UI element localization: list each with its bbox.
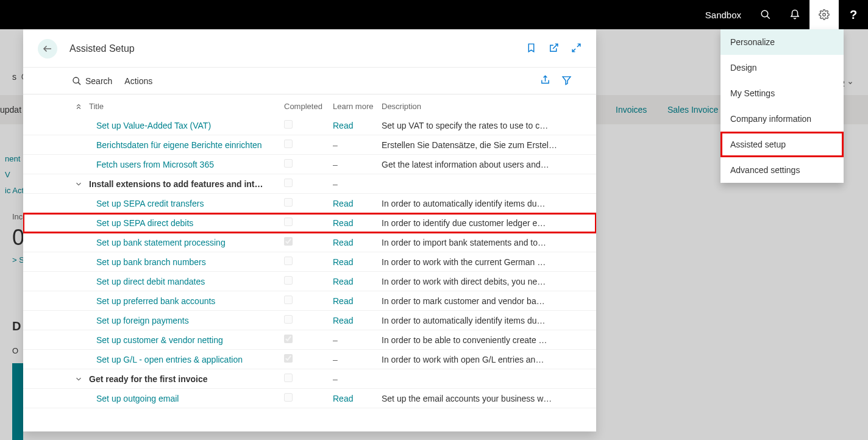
row-title[interactable]: Set up SEPA direct debits (89, 218, 284, 228)
completed-checkbox (284, 257, 333, 267)
completed-checkbox (284, 159, 333, 169)
rows-container: Set up Value-Added Tax (VAT)ReadSet up V… (23, 116, 596, 408)
row-description: In order to automatically identify items… (382, 199, 589, 208)
learn-more-cell[interactable]: Read (333, 316, 382, 325)
learn-more-cell[interactable]: Read (333, 238, 382, 247)
completed-checkbox (284, 120, 333, 130)
table-row[interactable]: Fetch users from Microsoft 365–Get the l… (23, 155, 596, 174)
bookmark-icon[interactable] (526, 43, 536, 55)
top-bar: Sandbox ? (0, 0, 868, 29)
learn-more-cell: – (333, 179, 382, 189)
chevron-down-icon[interactable] (71, 180, 89, 188)
settings-menu-item[interactable]: Company information (720, 106, 844, 132)
col-header-description[interactable]: Description (382, 102, 589, 111)
col-header-title[interactable]: Title (89, 102, 284, 111)
row-description: In order to work with open G/L entries a… (382, 355, 589, 364)
back-button[interactable] (38, 39, 57, 59)
row-title: Install extensions to add features and i… (89, 179, 284, 189)
completed-checkbox (284, 296, 333, 306)
row-title[interactable]: Set up bank branch numbers (89, 257, 284, 267)
completed-checkbox (284, 218, 333, 228)
learn-more-cell: – (333, 140, 382, 150)
table-row[interactable]: Set up SEPA credit transfersReadIn order… (23, 194, 596, 213)
table-header: Title Completed Learn more Description (23, 94, 596, 116)
svg-line-5 (572, 48, 575, 51)
filter-icon[interactable] (561, 75, 572, 87)
table-row[interactable]: Set up preferred bank accountsReadIn ord… (23, 291, 596, 311)
table-row[interactable]: Berichtsdaten für eigene Berichte einric… (23, 135, 596, 155)
settings-menu-item[interactable]: Design (720, 55, 844, 80)
actions-button[interactable]: Actions (124, 76, 152, 86)
completed-checkbox (284, 374, 333, 384)
table-row[interactable]: Set up foreign paymentsReadIn order to a… (23, 311, 596, 330)
learn-more-cell: – (333, 160, 382, 169)
svg-point-2 (823, 13, 826, 16)
learn-more-cell[interactable]: Read (333, 257, 382, 267)
table-group-row[interactable]: Get ready for the first invoice– (23, 369, 596, 389)
learn-more-cell[interactable]: Read (333, 218, 382, 228)
table-row[interactable]: Set up direct debit mandatesReadIn order… (23, 272, 596, 291)
learn-more-cell[interactable]: Read (333, 296, 382, 306)
chevron-down-icon[interactable] (71, 375, 89, 383)
completed-checkbox (284, 140, 333, 150)
settings-menu-item[interactable]: My Settings (720, 80, 844, 106)
search-button[interactable]: Search (72, 76, 112, 86)
table-row[interactable]: Set up G/L - open entries & application–… (23, 350, 596, 369)
row-title[interactable]: Set up direct debit mandates (89, 277, 284, 286)
row-title[interactable]: Fetch users from Microsoft 365 (89, 160, 284, 169)
settings-menu-item[interactable]: Advanced settings (720, 157, 844, 183)
row-description: In order to import bank statements and t… (382, 238, 589, 247)
row-description: In order to be able to conveniently crea… (382, 335, 589, 345)
table-group-row[interactable]: Install extensions to add features and i… (23, 174, 596, 194)
row-description: Set up VAT to specify the rates to use t… (382, 121, 589, 130)
row-title[interactable]: Set up G/L - open entries & application (89, 355, 284, 364)
completed-checkbox (284, 179, 333, 189)
table-row[interactable]: Set up bank branch numbersReadIn order t… (23, 252, 596, 272)
settings-menu-item[interactable]: Assisted setup (720, 132, 844, 157)
table-row[interactable]: Set up Value-Added Tax (VAT)ReadSet up V… (23, 116, 596, 135)
row-title[interactable]: Set up bank statement processing (89, 238, 284, 247)
environment-label: Sandbox (705, 10, 741, 20)
expand-icon[interactable] (571, 43, 582, 55)
row-description: Get the latest information about users a… (382, 160, 589, 169)
col-header-completed[interactable]: Completed (284, 102, 333, 111)
modal-header-icons (526, 43, 582, 55)
learn-more-cell: – (333, 335, 382, 345)
row-title[interactable]: Set up customer & vendor netting (89, 335, 284, 345)
row-description: In order to mark customer and vendor ba… (382, 296, 589, 306)
completed-checkbox (284, 393, 333, 403)
table-row[interactable]: Set up SEPA direct debitsReadIn order to… (23, 213, 596, 233)
settings-icon[interactable] (809, 0, 839, 29)
table-row[interactable]: Set up outgoing emailReadSet up the emai… (23, 389, 596, 408)
completed-checkbox (284, 335, 333, 345)
row-title[interactable]: Berichtsdaten für eigene Berichte einric… (89, 140, 284, 150)
help-icon[interactable]: ? (839, 8, 868, 22)
row-title[interactable]: Set up outgoing email (89, 394, 284, 403)
completed-checkbox (284, 237, 333, 247)
learn-more-cell: – (333, 374, 382, 384)
settings-menu: PersonalizeDesignMy SettingsCompany info… (720, 29, 844, 183)
search-icon[interactable] (751, 0, 780, 29)
learn-more-cell[interactable]: Read (333, 199, 382, 208)
svg-point-0 (761, 10, 768, 17)
modal-header: Assisted Setup (23, 30, 596, 68)
modal-title: Assisted Setup (69, 43, 135, 54)
popout-icon[interactable] (549, 43, 559, 55)
notifications-icon[interactable] (780, 0, 809, 29)
learn-more-cell[interactable]: Read (333, 394, 382, 403)
learn-more-cell[interactable]: Read (333, 121, 382, 130)
settings-menu-item[interactable]: Personalize (720, 29, 844, 55)
row-title[interactable]: Set up preferred bank accounts (89, 296, 284, 306)
assisted-setup-modal: Assisted Setup Search Actions Title Comp… (23, 29, 596, 431)
table-row[interactable]: Set up bank statement processingReadIn o… (23, 233, 596, 252)
modal-toolbar: Search Actions (23, 68, 596, 94)
search-label: Search (85, 76, 112, 86)
table-row[interactable]: Set up customer & vendor netting–In orde… (23, 330, 596, 350)
row-title[interactable]: Set up SEPA credit transfers (89, 199, 284, 208)
collapse-all-icon[interactable] (71, 102, 89, 111)
col-header-learn-more[interactable]: Learn more (333, 102, 382, 111)
share-icon[interactable] (540, 75, 550, 87)
row-title[interactable]: Set up Value-Added Tax (VAT) (89, 121, 284, 130)
learn-more-cell[interactable]: Read (333, 277, 382, 286)
row-title[interactable]: Set up foreign payments (89, 316, 284, 325)
